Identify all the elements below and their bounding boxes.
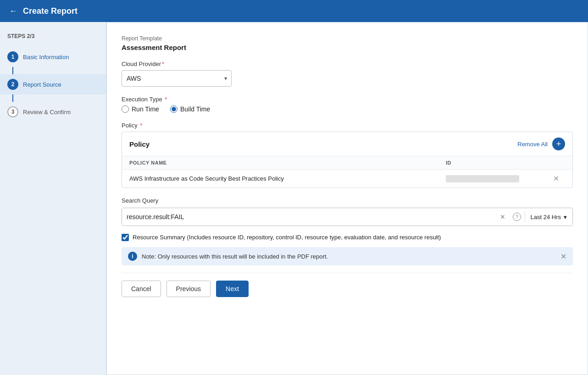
step-circle-2: 2 <box>7 79 18 90</box>
step-label-3: Review & Confirm <box>23 109 71 116</box>
radio-build-time[interactable]: Build Time <box>170 105 210 113</box>
search-input[interactable] <box>122 208 496 226</box>
cancel-button[interactable]: Cancel <box>122 281 161 297</box>
execution-type-label: Execution Type * <box>122 96 573 103</box>
policy-box: Policy Remove All + POLICY NAME ID AWS I… <box>122 132 573 188</box>
resource-summary-checkbox[interactable] <box>122 234 129 241</box>
footer-row: Cancel Previous Next <box>122 273 573 297</box>
chevron-down-time-icon: ▾ <box>564 214 567 221</box>
sidebar-item-review-confirm[interactable]: 3 Review & Confirm <box>0 102 106 122</box>
execution-type-required: * <box>163 96 167 103</box>
step-circle-1: 1 <box>7 51 18 62</box>
run-time-label: Run Time <box>132 105 159 113</box>
cloud-provider-label: Cloud Provider* <box>122 61 573 67</box>
radio-run-time[interactable]: Run Time <box>122 105 159 113</box>
col-header-id: ID <box>446 160 547 165</box>
policy-header: Policy Remove All + <box>122 132 572 156</box>
table-row: AWS Infrastructure as Code Security Best… <box>122 170 572 188</box>
resource-summary-row: Resource Summary (Includes resource ID, … <box>122 233 573 242</box>
note-box: i Note: Only resources with this result … <box>122 247 573 265</box>
cloud-provider-select[interactable]: AWS Azure GCP <box>122 70 232 87</box>
execution-type-radio-group: Run Time Build Time <box>122 105 573 113</box>
back-icon[interactable]: ← <box>9 6 17 16</box>
build-time-radio[interactable] <box>170 105 178 113</box>
clear-search-icon[interactable]: ✕ <box>496 213 509 221</box>
add-policy-button[interactable]: + <box>552 138 565 150</box>
col-header-action <box>547 160 565 165</box>
cloud-provider-required: * <box>162 61 164 67</box>
report-template-value: Assessment Report <box>122 44 573 51</box>
policy-table: POLICY NAME ID AWS Infrastructure as Cod… <box>122 156 572 188</box>
step-label-1: Basic Information <box>23 54 69 61</box>
page-title: Create Report <box>23 6 78 16</box>
cloud-provider-select-wrapper: AWS Azure GCP ▾ <box>122 70 232 87</box>
policy-required: * <box>139 122 143 129</box>
sidebar-item-report-source[interactable]: 2 Report Source <box>0 74 106 94</box>
sidebar-item-basic-information[interactable]: 1 Basic Information <box>0 47 106 67</box>
note-close-icon[interactable]: ✕ <box>560 252 566 261</box>
remove-row-button[interactable]: ✕ <box>547 174 565 183</box>
steps-label: STEPS 2/3 <box>0 33 106 47</box>
policy-name-cell: AWS Infrastructure as Code Security Best… <box>129 175 446 182</box>
main-content: Report Template Assessment Report Cloud … <box>106 22 588 375</box>
policy-id-cell <box>446 175 547 182</box>
report-template-label: Report Template <box>122 35 573 42</box>
previous-button[interactable]: Previous <box>166 281 211 297</box>
step-label-2: Report Source <box>23 81 61 88</box>
policy-label: Policy * <box>122 122 573 129</box>
run-time-radio[interactable] <box>122 105 129 113</box>
svg-text:?: ? <box>515 214 518 220</box>
help-icon[interactable]: ? <box>509 213 525 221</box>
step-circle-3: 3 <box>7 106 18 117</box>
time-range-label: Last 24 Hrs <box>531 214 561 221</box>
info-icon: i <box>128 252 137 261</box>
search-query-label: Search Query <box>122 197 573 204</box>
remove-all-button[interactable]: Remove All <box>517 141 548 148</box>
policy-table-header: POLICY NAME ID <box>122 156 572 170</box>
sidebar: STEPS 2/3 1 Basic Information 2 Report S… <box>0 22 106 375</box>
note-text: Note: Only resources with this result wi… <box>142 253 556 260</box>
step-connector-2 <box>12 94 13 102</box>
policy-title: Policy <box>129 140 150 148</box>
col-header-policy-name: POLICY NAME <box>129 160 446 165</box>
time-range-select[interactable]: Last 24 Hrs ▾ <box>525 208 572 226</box>
search-query-row: ✕ ? Last 24 Hrs ▾ <box>122 208 573 226</box>
step-connector-1 <box>12 67 13 74</box>
app-header: ← Create Report <box>0 0 588 22</box>
build-time-label: Build Time <box>180 105 210 113</box>
resource-summary-label: Resource Summary (Includes resource ID, … <box>133 233 441 242</box>
policy-header-actions: Remove All + <box>517 138 565 150</box>
next-button[interactable]: Next <box>216 281 249 297</box>
id-placeholder <box>446 175 519 182</box>
main-layout: STEPS 2/3 1 Basic Information 2 Report S… <box>0 22 588 375</box>
